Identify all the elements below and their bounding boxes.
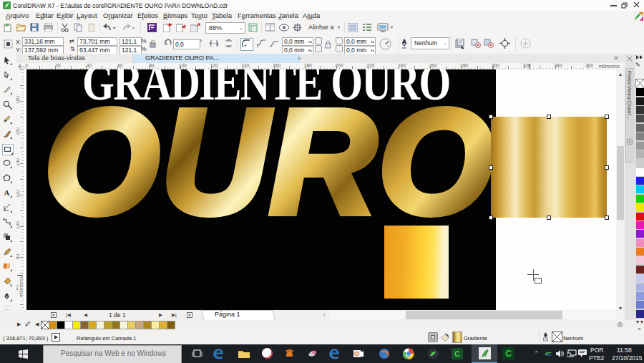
svg-text:OURO: OURO [44,89,495,226]
svg-text:A: A [4,188,10,197]
svg-text:O: O [354,350,359,357]
svg-text:C: C [454,349,460,358]
svg-text:C: C [505,349,512,359]
